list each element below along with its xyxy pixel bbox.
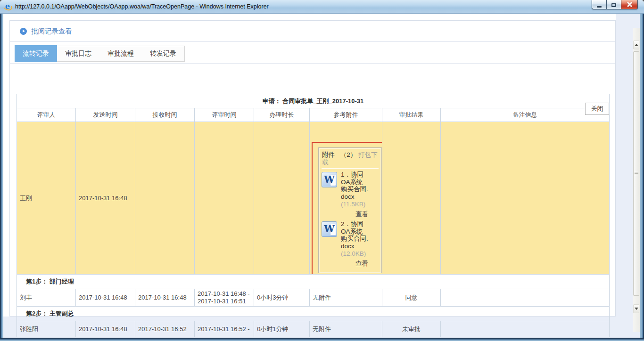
step-row-1: 第1步： 部门经理: [17, 275, 610, 289]
cell-attachment: 无附件: [310, 289, 382, 307]
attachment-item: W 2．协同OA系统购买合同.docx (12.0KB) 查看: [322, 220, 379, 268]
window-frame-left: [0, 14, 3, 341]
col-send-time: 发送时间: [76, 108, 135, 122]
cell-receive-time: [135, 122, 195, 275]
scroll-down-button[interactable]: [633, 304, 639, 313]
tab-approval-flow[interactable]: 审批流程: [99, 46, 142, 61]
table-title: 申请： 合同审批单_王刚_2017-10-31: [17, 94, 610, 108]
cell-note: [441, 289, 610, 307]
close-window-button[interactable]: [621, 0, 638, 9]
attachment-count: （2）: [340, 151, 357, 158]
word-file-icon: W: [322, 221, 337, 237]
col-ref-attachment: 参考附件: [310, 108, 382, 122]
inactive-tab-group: 审批日志 审批流程 转发记录: [57, 46, 185, 62]
cell-reviewer: 王刚: [17, 122, 76, 275]
step-row-2: 第2步： 主管副总: [17, 307, 610, 321]
window-controls: [592, 0, 638, 9]
view-link[interactable]: 查看: [341, 211, 368, 218]
arrow-circle-icon: [20, 28, 27, 35]
window-frame-right: [640, 14, 644, 341]
panel-body: 关闭 申请： 合同审批单_王刚_2017-10-31 评审人 发送时间 接收时间…: [10, 94, 615, 337]
cell-send-time: 2017-10-31 16:48: [76, 321, 135, 337]
view-link[interactable]: 查看: [341, 260, 368, 268]
minimize-button[interactable]: [592, 0, 606, 9]
cell-review-time: 2017-10-31 16:52 -: [195, 321, 254, 337]
cell-result: 未审批: [382, 321, 441, 337]
scrollbar-thumb[interactable]: [633, 51, 639, 296]
table-row-wanggang: 王刚 2017-10-31 16:48 附件 （2）: [17, 122, 610, 275]
cell-result: [382, 122, 441, 275]
table-row-liufeng: 刘丰 2017-10-31 16:48 2017-10-31 16:48 201…: [17, 289, 610, 307]
step-label: 第2步： 主管副总: [17, 307, 610, 321]
cell-note: [441, 122, 610, 275]
cell-result: 同意: [382, 289, 441, 307]
tab-forward-record[interactable]: 转发记录: [142, 46, 184, 61]
cell-reviewer: 刘丰: [17, 289, 76, 307]
table-header-row: 评审人 发送时间 接收时间 评审时间 办理时长 参考附件 审批结果 备注信息: [17, 108, 610, 122]
col-result: 审批结果: [382, 108, 441, 122]
file-name: 2．协同OA系统购买合同.docx: [341, 220, 368, 250]
main-panel: 批阅记录查看 流转记录 审批日志 审批流程 转发记录 关闭: [9, 20, 616, 317]
col-receive-time: 接收时间: [135, 108, 195, 122]
tab-bar: 流转记录 审批日志 审批流程 转发记录: [10, 42, 615, 64]
word-file-icon: W: [322, 172, 337, 187]
tab-approval-log[interactable]: 审批日志: [57, 46, 99, 61]
cell-send-time: 2017-10-31 16:48: [76, 289, 135, 307]
col-review-time: 评审时间: [195, 108, 254, 122]
vertical-scrollbar[interactable]: [633, 28, 640, 332]
cell-review-time: [195, 122, 254, 275]
cell-review-time: 2017-10-31 16:48 - 2017-10-31 16:51: [195, 289, 254, 307]
tab-circulation-record[interactable]: 流转记录: [15, 45, 57, 62]
cell-duration: 0小时1分钟: [254, 321, 310, 337]
browser-viewport: 批阅记录查看 流转记录 审批日志 审批流程 转发记录 关闭: [3, 14, 640, 338]
minimize-icon: [597, 6, 602, 8]
arrow-down-icon: [635, 308, 638, 310]
title-bar: e http://127.0.0.1/OAapp/WebObjects/OAap…: [0, 0, 644, 14]
file-size: (11.5KB): [341, 201, 368, 208]
trace-table: 申请： 合同审批单_王刚_2017-10-31 评审人 发送时间 接收时间 评审…: [17, 94, 610, 337]
cell-receive-time: 2017-10-31 16:52: [135, 321, 195, 337]
cell-reviewer: 张胜阳: [17, 321, 76, 337]
cell-attachment: 无附件: [310, 321, 382, 337]
step-label: 第1步： 部门经理: [17, 275, 610, 289]
page-title: 批阅记录查看: [31, 27, 72, 36]
cell-note: [441, 321, 610, 337]
cell-duration: 0小时3分钟: [254, 289, 310, 307]
maximize-icon: [611, 3, 616, 7]
col-reviewer: 评审人: [17, 108, 76, 122]
thumb-grip-icon: [635, 172, 638, 172]
page-header: 批阅记录查看: [10, 21, 615, 42]
attachment-panel: 附件 （2） 打包下载 W 1．协同OA系统购买合同.docx (11.5: [318, 147, 382, 273]
window-frame-bottom: [0, 338, 644, 341]
attachment-header: 附件 （2） 打包下载: [322, 151, 379, 169]
file-size: (12.0KB): [341, 250, 368, 258]
file-name: 1．协同OA系统购买合同.docx: [341, 171, 368, 200]
scroll-up-button[interactable]: [633, 41, 639, 49]
close-page-button[interactable]: 关闭: [585, 103, 609, 115]
cell-send-time: 2017-10-31 16:48: [76, 122, 135, 275]
window-title: http://127.0.0.1/OAapp/WebObjects/OAapp.…: [15, 3, 269, 10]
cell-duration: [254, 122, 310, 275]
maximize-button[interactable]: [606, 0, 621, 9]
cell-receive-time: 2017-10-31 16:48: [135, 289, 195, 307]
arrow-up-icon: [635, 44, 638, 46]
browser-window: e http://127.0.0.1/OAapp/WebObjects/OAap…: [0, 0, 644, 341]
attachment-item: W 1．协同OA系统购买合同.docx (11.5KB) 查看: [322, 171, 379, 219]
attachment-label: 附件: [322, 151, 335, 158]
col-duration: 办理时长: [254, 108, 310, 122]
close-icon: [627, 2, 632, 7]
col-note: 备注信息: [441, 108, 610, 122]
table-row-zhangshengyang: 张胜阳 2017-10-31 16:48 2017-10-31 16:52 20…: [17, 321, 610, 337]
cell-attachment: 附件 （2） 打包下载 W 1．协同OA系统购买合同.docx (11.5: [310, 122, 382, 275]
internet-explorer-icon: e: [3, 2, 12, 11]
table-title-row: 申请： 合同审批单_王刚_2017-10-31: [17, 94, 610, 108]
